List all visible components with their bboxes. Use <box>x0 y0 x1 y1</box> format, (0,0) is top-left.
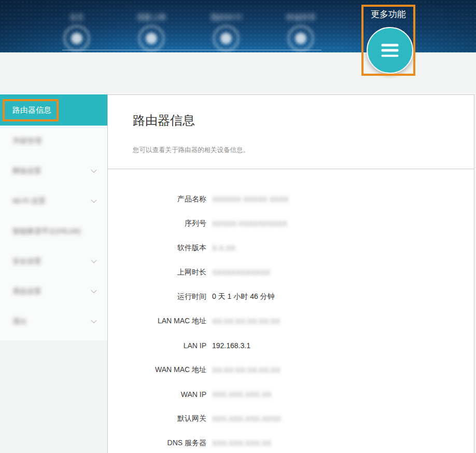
nav-item-internet[interactable]: 我要上网 <box>120 12 183 51</box>
field-value: 192.168.3.1 <box>212 341 250 350</box>
field-label: 上网时长 <box>108 268 206 277</box>
sidebar-item-smart-home[interactable]: 智能家居平台(HiLink) <box>0 216 107 246</box>
field-row-dns-server: DNS 服务器 XXX.XXX.XXX.XX <box>108 431 474 453</box>
field-row-online-duration: 上网时长 XXXXXXXXXXXX <box>108 260 474 284</box>
field-row-wan-mac: WAN MAC 地址 XX:XX:XX:XX:XX:XX <box>108 358 474 382</box>
sidebar-item-label: 安全设置 <box>12 246 41 276</box>
sidebar-item-wifi-settings[interactable]: Wi-Fi 设置 <box>0 186 107 216</box>
field-label: 产品名称 <box>108 195 206 204</box>
field-label: 序列号 <box>108 219 206 228</box>
chevron-down-icon <box>91 167 96 173</box>
nav-item-label: 终端管理 <box>286 13 315 22</box>
hamburger-menu-icon <box>382 44 399 57</box>
sidebar-item-label: 升级管理 <box>12 126 41 156</box>
sidebar-menu: 路由器信息 升级管理 网络设置 Wi-Fi 设置 智能家居平台(HiLink) … <box>0 94 107 340</box>
field-label: LAN IP <box>108 341 206 350</box>
field-row-uptime: 运行时间 0 天 1 小时 46 分钟 <box>108 284 474 309</box>
nav-item-label: 首页 <box>69 13 84 22</box>
nav-item-label: 我要上网 <box>137 13 166 22</box>
field-row-default-gateway: 默认网关 XXX.XXX.XXX.XXXX <box>108 406 474 431</box>
sidebar-item-label: Wi-Fi 设置 <box>12 186 46 216</box>
field-row-lan-mac: LAN MAC 地址 XX:XX:XX:XX:XX:XX <box>108 309 474 333</box>
chevron-down-icon <box>91 318 96 323</box>
field-row-lan-ip: LAN IP 192.168.3.1 <box>108 333 474 358</box>
field-row-software-version: 软件版本 X.X.XX <box>108 236 474 260</box>
field-label: DNS 服务器 <box>108 438 206 448</box>
home-icon <box>64 25 90 51</box>
sidebar-item-router-info[interactable]: 路由器信息 <box>0 94 107 126</box>
sidebar-item-label: 路由器信息 <box>12 94 51 126</box>
field-row-product-name: 产品名称 XXXXXX XXXXX XXXX <box>108 187 474 211</box>
field-value: 0 天 1 小时 46 分钟 <box>212 292 275 301</box>
sidebar-item-security-settings[interactable]: 安全设置 <box>0 246 107 276</box>
field-label: 软件版本 <box>108 243 206 253</box>
page-description: 您可以查看关于路由器的相关设备信息。 <box>133 146 449 155</box>
field-value-redacted: XXXXXXXXXXXX <box>212 268 270 277</box>
field-label: LAN MAC 地址 <box>108 317 206 326</box>
router-info-fields: 产品名称 XXXXXX XXXXX XXXX 序列号 XXXXX-XXXXXXX… <box>108 169 474 453</box>
field-value-redacted: XX:XX:XX:XX:XX:XX <box>212 317 281 325</box>
field-label: WAN MAC 地址 <box>108 365 206 375</box>
nav-item-label: 我的Wi-Fi <box>211 13 242 22</box>
more-functions-label: 更多功能 <box>361 8 415 20</box>
field-label: 默认网关 <box>108 414 206 423</box>
field-row-serial-number: 序列号 XXXXX-XXXXXXXXXX <box>108 211 474 236</box>
devices-icon <box>288 25 314 51</box>
field-row-wan-ip: WAN IP XXX.XXX.XXX.XX <box>108 382 474 406</box>
field-value-redacted: X.X.XX <box>212 244 235 252</box>
nav-item-wifi[interactable]: 我的Wi-Fi <box>195 12 257 51</box>
globe-icon <box>138 25 164 51</box>
wifi-icon <box>213 25 239 51</box>
chevron-down-icon <box>91 287 96 293</box>
field-value-redacted: XXX.XXX.XXX.XX <box>212 439 271 447</box>
sidebar-item-upgrade[interactable]: 升级管理 <box>0 126 107 156</box>
sidebar-item-label: 系统设置 <box>12 276 41 306</box>
sidebar-item-exit[interactable]: 退出 <box>0 306 107 336</box>
sidebar-item-label: 智能家居平台(HiLink) <box>12 216 81 246</box>
chevron-down-icon <box>91 197 96 203</box>
field-label: WAN IP <box>108 390 206 399</box>
field-value-redacted: XXXXXX XXXXX XXXX <box>212 195 289 203</box>
router-info-panel: 路由器信息 您可以查看关于路由器的相关设备信息。 产品名称 XXXXXX XXX… <box>107 94 474 453</box>
sidebar-item-network-settings[interactable]: 网络设置 <box>0 156 107 186</box>
chevron-down-icon <box>91 257 96 263</box>
field-value-redacted: XX:XX:XX:XX:XX:XX <box>212 366 281 374</box>
sidebar-item-system-settings[interactable]: 系统设置 <box>0 276 107 306</box>
sidebar-item-label: 网络设置 <box>12 156 41 186</box>
panel-header: 路由器信息 您可以查看关于路由器的相关设备信息。 <box>108 95 474 169</box>
nav-item-devices[interactable]: 终端管理 <box>270 12 332 51</box>
more-functions-button[interactable] <box>367 27 413 74</box>
page-title: 路由器信息 <box>133 112 449 129</box>
nav-item-home[interactable]: 首页 <box>46 12 108 51</box>
sidebar-item-label: 退出 <box>12 306 27 336</box>
field-value-redacted: XXX.XXX.XXX.XX <box>212 390 271 399</box>
nav-underline <box>62 50 321 50</box>
field-value-redacted: XXX.XXX.XXX.XXXX <box>212 415 281 423</box>
field-value-redacted: XXXXX-XXXXXXXXXX <box>212 219 287 228</box>
field-label: 运行时间 <box>108 292 206 301</box>
